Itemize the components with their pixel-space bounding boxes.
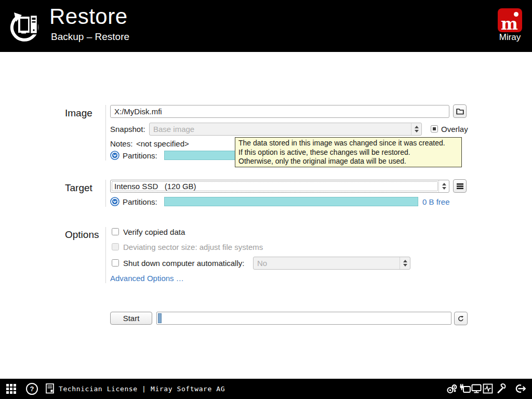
image-path-input[interactable] — [110, 105, 449, 118]
overlay-checkbox[interactable] — [431, 125, 438, 132]
plug-device-icon[interactable] — [459, 383, 471, 394]
miray-logo-letter: m — [501, 16, 518, 32]
license-doc-icon — [46, 383, 55, 394]
image-partitions-expand-icon[interactable] — [110, 151, 119, 160]
target-section-label: Target — [65, 182, 92, 194]
shutdown-checkbox[interactable] — [112, 259, 119, 267]
shutdown-label: Shut down computer automatically: — [123, 259, 244, 268]
target-partitions-label: Partitions: — [123, 197, 157, 206]
snapshot-dropdown: Base image — [149, 123, 422, 136]
image-partitions-label: Partitions: — [123, 151, 157, 160]
device-list-icon — [456, 183, 464, 190]
tooltip-line-3: Otherwise, only the original image data … — [238, 157, 458, 166]
page-title: Restore — [49, 4, 128, 29]
target-device-value: Intenso SSD (120 GB) — [111, 180, 438, 192]
verify-label: Verify copied data — [123, 228, 185, 236]
refresh-icon — [458, 315, 464, 323]
browse-image-button[interactable] — [453, 104, 467, 118]
help-icon[interactable]: ? — [26, 383, 38, 395]
image-section-divider — [105, 105, 106, 161]
target-partitions-bar[interactable] — [164, 197, 418, 206]
diagnostics-icon[interactable] — [483, 383, 493, 394]
exit-icon[interactable] — [513, 383, 527, 394]
progress-bar-segment — [158, 313, 162, 323]
miray-brand-name: Miray — [497, 32, 523, 43]
target-device-dropdown[interactable]: Intenso SSD (120 GB) — [110, 180, 449, 193]
device-list-button[interactable] — [453, 179, 467, 193]
sector-size-checkbox — [112, 243, 119, 250]
progress-bar — [156, 312, 451, 325]
shutdown-dropdown: No — [253, 257, 410, 270]
tooltip-line-2: If this option is active, these changes … — [238, 148, 458, 157]
footer-bar: ? Technician License | Miray Software AG — [0, 379, 532, 399]
header-bar: Restore Backup – Restore m Miray — [0, 0, 532, 52]
verify-checkbox[interactable] — [112, 228, 119, 235]
tooltip-line-1: The data stored in this image was change… — [238, 139, 458, 148]
page-subtitle: Backup – Restore — [51, 31, 129, 43]
options-section-divider — [105, 227, 106, 283]
sector-size-label: Deviating sector size: adjust file syste… — [123, 243, 263, 251]
license-info[interactable]: Technician License | Miray Software AG — [46, 383, 225, 394]
target-section-divider — [105, 180, 106, 207]
spinner-arrows-icon — [400, 257, 410, 269]
restore-app-window: Restore Backup – Restore m Miray Image S… — [0, 0, 532, 399]
apps-grid-icon[interactable] — [6, 384, 17, 394]
miray-logo-dot-icon — [514, 12, 518, 17]
overlay-label: Overlay — [441, 125, 468, 134]
folder-icon — [456, 108, 464, 115]
wrench-icon[interactable] — [496, 383, 506, 394]
spinner-arrows-icon — [438, 180, 449, 192]
target-partitions-expand-icon[interactable] — [110, 197, 119, 206]
advanced-options-link[interactable]: Advanced Options … — [110, 274, 184, 283]
options-section-label: Options — [65, 229, 99, 241]
miray-logo: m — [498, 8, 522, 32]
monitor-icon[interactable] — [471, 384, 482, 394]
notes-label: Notes: — [110, 139, 132, 148]
restore-app-icon — [9, 10, 42, 42]
snapshot-label: Snapshot: — [110, 125, 145, 134]
gears-icon[interactable] — [446, 384, 458, 394]
license-text: Technician License | Miray Software AG — [59, 385, 225, 393]
snapshot-value: Base image — [150, 123, 411, 135]
target-free-space: 0 B free — [422, 197, 450, 206]
refresh-button[interactable] — [454, 312, 468, 325]
notes-value: <not specified> — [136, 139, 189, 148]
shutdown-value: No — [254, 257, 400, 269]
spinner-arrows-icon — [411, 123, 421, 135]
image-section-label: Image — [65, 108, 92, 119]
start-button[interactable]: Start — [110, 312, 152, 325]
overlay-tooltip: The data stored in this image was change… — [235, 137, 462, 167]
